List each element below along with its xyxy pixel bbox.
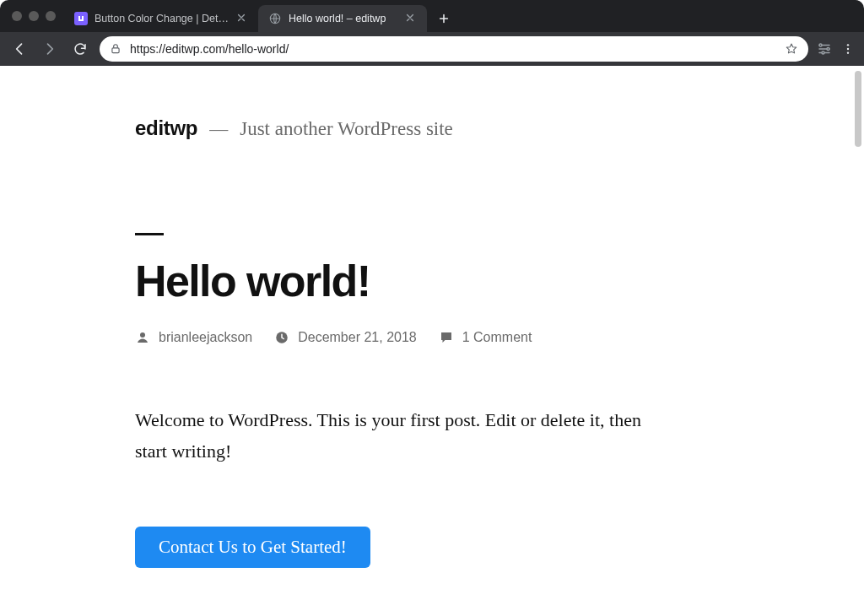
date-link[interactable]: December 21, 2018 bbox=[298, 330, 417, 345]
svg-point-3 bbox=[819, 44, 822, 46]
entry-divider bbox=[135, 233, 164, 235]
page-content: editwp — Just another WordPress site Hel… bbox=[0, 66, 864, 616]
kebab-menu-icon[interactable] bbox=[840, 41, 856, 57]
contact-cta-button[interactable]: Contact Us to Get Started! bbox=[135, 527, 370, 568]
close-icon[interactable] bbox=[405, 13, 417, 24]
tab-title: Button Color Change | Details bbox=[94, 13, 230, 24]
svg-point-8 bbox=[847, 51, 849, 53]
svg-point-5 bbox=[822, 51, 824, 54]
svg-point-7 bbox=[847, 48, 849, 50]
window-minimize-dot[interactable] bbox=[29, 11, 39, 21]
window-close-dot[interactable] bbox=[12, 11, 22, 21]
comments-link[interactable]: 1 Comment bbox=[462, 330, 532, 345]
post-title: Hello world! bbox=[135, 256, 709, 306]
globe-icon bbox=[268, 12, 282, 25]
bookmark-star-icon[interactable] bbox=[785, 42, 798, 56]
meta-comments: 1 Comment bbox=[439, 330, 532, 345]
svg-point-6 bbox=[847, 44, 849, 46]
toolbar bbox=[0, 32, 864, 66]
person-icon bbox=[135, 330, 150, 345]
window-controls bbox=[7, 0, 64, 32]
svg-rect-2 bbox=[112, 48, 119, 53]
site-header: editwp — Just another WordPress site bbox=[135, 116, 709, 140]
site-tagline: Just another WordPress site bbox=[240, 118, 453, 140]
browser-window: Button Color Change | Details Hello worl… bbox=[0, 0, 864, 616]
extension-icon[interactable] bbox=[817, 41, 832, 57]
svg-point-9 bbox=[140, 332, 145, 338]
new-tab-button[interactable] bbox=[432, 7, 456, 30]
tab-strip: Button Color Change | Details Hello worl… bbox=[0, 0, 864, 32]
page-scroll[interactable]: editwp — Just another WordPress site Hel… bbox=[0, 66, 864, 616]
reload-button[interactable] bbox=[69, 38, 91, 60]
author-link[interactable]: brianleejackson bbox=[159, 330, 252, 345]
svg-rect-0 bbox=[74, 12, 88, 25]
viewport: editwp — Just another WordPress site Hel… bbox=[0, 66, 864, 616]
url-input[interactable] bbox=[130, 42, 776, 56]
tab-active[interactable]: Hello world! – editwp bbox=[258, 5, 427, 32]
tab-title: Hello world! – editwp bbox=[289, 13, 398, 24]
scrollbar-thumb[interactable] bbox=[855, 71, 861, 147]
lock-icon bbox=[110, 43, 122, 55]
site-title-link[interactable]: editwp bbox=[135, 116, 197, 140]
post-meta: brianleejackson December 21, 2018 bbox=[135, 330, 709, 345]
favicon-icon bbox=[74, 12, 88, 25]
meta-author: brianleejackson bbox=[135, 330, 252, 345]
close-icon[interactable] bbox=[236, 13, 248, 24]
separator: — bbox=[209, 118, 228, 140]
address-bar[interactable] bbox=[100, 36, 808, 62]
comment-icon bbox=[439, 330, 454, 345]
tabs: Button Color Change | Details Hello worl… bbox=[64, 0, 857, 32]
window-zoom-dot[interactable] bbox=[46, 11, 56, 21]
post-body: Welcome to WordPress. This is your first… bbox=[135, 404, 675, 467]
tab-inactive[interactable]: Button Color Change | Details bbox=[64, 5, 258, 32]
meta-date: December 21, 2018 bbox=[274, 330, 417, 345]
back-button[interactable] bbox=[8, 38, 30, 60]
clock-icon bbox=[274, 330, 289, 345]
forward-button[interactable] bbox=[39, 38, 61, 60]
svg-point-4 bbox=[827, 48, 829, 51]
